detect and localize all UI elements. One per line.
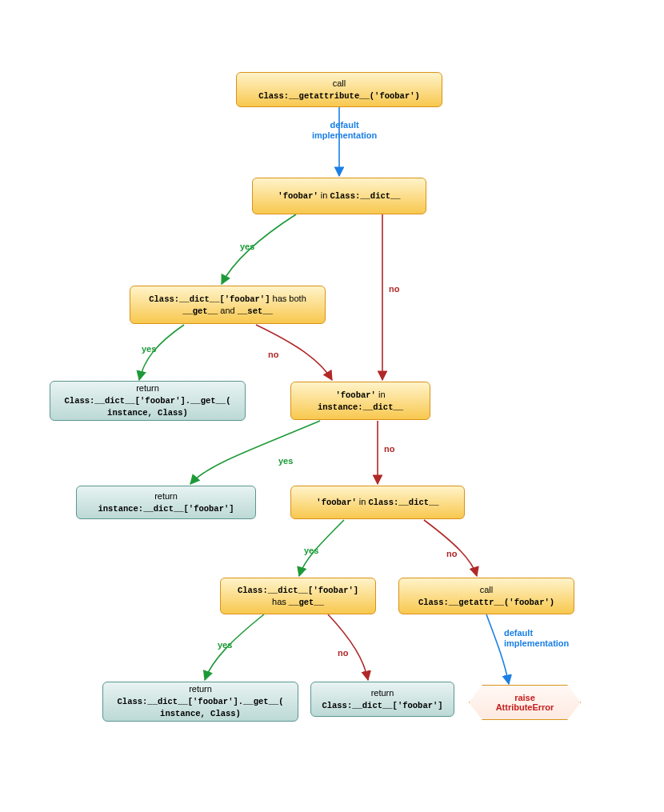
label-default-impl-1: default implementation bbox=[312, 120, 377, 141]
label-no-3: no bbox=[384, 444, 394, 454]
label-no-1: no bbox=[389, 284, 399, 294]
label-yes-4: yes bbox=[304, 546, 318, 555]
n4-code2: instance, Class) bbox=[107, 408, 188, 418]
n4-code1: Class:__dict__['foobar'].__get__( bbox=[65, 396, 231, 406]
label-no-4: no bbox=[446, 549, 457, 558]
n7-in: in bbox=[359, 497, 369, 506]
n1-code: Class:__getattribute__('foobar') bbox=[258, 91, 420, 101]
node-return-class-dict: return Class:__dict__['foobar'] bbox=[310, 682, 454, 717]
node-foobar-in-class-dict-2: 'foobar' in Class:__dict__ bbox=[290, 486, 465, 519]
label-yes-5: yes bbox=[218, 640, 232, 650]
node-has-get-set: Class:__dict__['foobar'] has both __get_… bbox=[130, 286, 326, 324]
n3-and: and bbox=[220, 306, 237, 315]
label-yes-3: yes bbox=[278, 456, 293, 466]
node-return-get-1: return Class:__dict__['foobar'].__get__(… bbox=[50, 381, 246, 421]
n6-plain: return bbox=[154, 491, 178, 501]
label-yes-2: yes bbox=[142, 344, 156, 354]
label-no-5: no bbox=[338, 648, 348, 658]
n5-code1: 'foobar' bbox=[335, 390, 375, 400]
n2-code2: Class:__dict__ bbox=[330, 191, 400, 201]
n9-code: Class:__getattr__('foobar') bbox=[418, 598, 554, 607]
n7-code2: Class:__dict__ bbox=[368, 498, 438, 507]
n6-code: instance:__dict__['foobar'] bbox=[98, 504, 234, 514]
node-return-get-2: return Class:__dict__['foobar'].__get__(… bbox=[102, 682, 298, 722]
n3-code3: __set__ bbox=[238, 306, 273, 316]
label-default-impl-2: default implementation bbox=[504, 628, 569, 649]
n10-plain: return bbox=[189, 684, 212, 694]
node-return-instance-dict: return instance:__dict__['foobar'] bbox=[76, 486, 256, 519]
n1-plain: call bbox=[333, 78, 346, 88]
n12-line1: raise bbox=[514, 693, 535, 702]
n11-code: Class:__dict__['foobar'] bbox=[322, 701, 442, 710]
node-foobar-in-instance-dict: 'foobar' in instance:__dict__ bbox=[290, 382, 430, 420]
n5-code2: instance:__dict__ bbox=[318, 402, 403, 412]
n2-code1: 'foobar' bbox=[278, 191, 318, 201]
n4-plain: return bbox=[136, 383, 159, 393]
n7-code1: 'foobar' bbox=[316, 498, 356, 507]
n11-plain: return bbox=[371, 688, 394, 698]
node-has-get: Class:__dict__['foobar'] has __get__ bbox=[220, 578, 376, 614]
node-raise-attributeerror: raise AttributeError bbox=[469, 685, 581, 720]
n9-plain: call bbox=[480, 585, 494, 594]
n2-in: in bbox=[321, 190, 330, 200]
label-no-2: no bbox=[268, 350, 278, 359]
node-getattr-call: call Class:__getattr__('foobar') bbox=[398, 578, 574, 614]
n8-code2: __get__ bbox=[289, 598, 324, 607]
n12-line2: AttributeError bbox=[496, 702, 554, 712]
n3-code1: Class:__dict__['foobar'] bbox=[149, 294, 270, 304]
n5-in: in bbox=[378, 390, 386, 399]
n8-code1: Class:__dict__['foobar'] bbox=[238, 586, 358, 595]
n3-plain1: has both bbox=[273, 294, 306, 303]
node-getattribute-call: call Class:__getattribute__('foobar') bbox=[236, 72, 442, 107]
n10-code1: Class:__dict__['foobar'].__get__( bbox=[118, 697, 284, 706]
n8-plain: has bbox=[272, 597, 289, 606]
n10-code2: instance, Class) bbox=[160, 709, 241, 718]
node-foobar-in-class-dict-1: 'foobar' in Class:__dict__ bbox=[252, 178, 426, 214]
n3-code2: __get__ bbox=[182, 306, 218, 316]
label-yes-1: yes bbox=[240, 242, 254, 251]
